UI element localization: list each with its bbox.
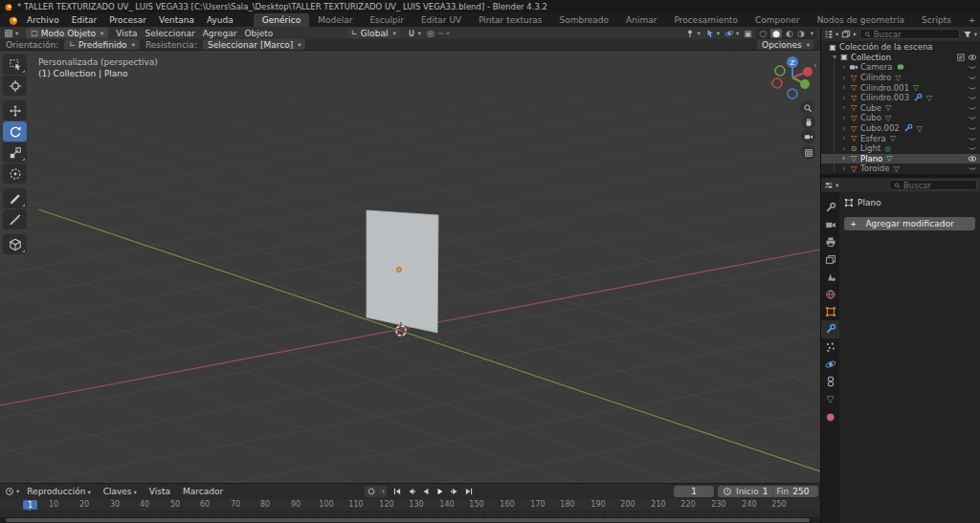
tab-constraints[interactable] (821, 373, 839, 390)
workspace-tab-procesamiento[interactable]: Procesamiento (665, 13, 746, 27)
menu-agregar[interactable]: Agregar (203, 29, 237, 38)
menu-ventana[interactable]: Ventana (159, 15, 194, 25)
tab-modifiers[interactable] (821, 320, 839, 338)
timeline-editor-type-button[interactable]: ▾ (5, 487, 19, 496)
eye-closed-icon[interactable] (968, 123, 977, 133)
tool-select-box[interactable] (3, 54, 27, 75)
tab-output[interactable] (821, 233, 839, 251)
expand-caret-icon[interactable]: › (842, 94, 849, 102)
blender-menu-icon[interactable] (8, 14, 19, 26)
shading-material-button[interactable]: ◐ (786, 29, 793, 38)
timeline-menu-claves[interactable]: Claves▾ (103, 487, 137, 496)
mode-dropdown[interactable]: ▢ Modo Objeto▾ (26, 28, 108, 38)
tool-transform[interactable] (3, 163, 27, 184)
tab-tool[interactable] (821, 199, 839, 216)
expand-caret-icon[interactable]: › (842, 83, 849, 92)
outliner-row-collection[interactable]: ▾ ▣ Collection ✓ (821, 53, 980, 63)
eye-open-icon[interactable] (968, 154, 977, 163)
timeline-scrollbar[interactable] (0, 517, 820, 523)
properties-search-input[interactable] (903, 181, 972, 190)
eye-closed-icon[interactable] (968, 73, 977, 82)
play-reverse-button[interactable] (419, 486, 432, 497)
jump-to-end-button[interactable] (462, 486, 475, 497)
expand-caret-icon[interactable]: › (842, 134, 849, 142)
workspace-tab-add[interactable]: + (960, 13, 980, 27)
eye-closed-icon[interactable] (968, 103, 977, 113)
timeline-menu-reproduccion[interactable]: Reproducción▾ (27, 487, 90, 496)
timeline-menu-vista[interactable]: Vista (149, 487, 170, 496)
show-overlays-toggle[interactable]: ▾ (724, 29, 739, 38)
outliner-filter-button[interactable]: ▾ (963, 30, 977, 39)
transform-orientation-dropdown[interactable]: ∟ Global▾ (346, 28, 401, 38)
expand-caret-icon[interactable]: › (842, 63, 849, 72)
eye-closed-icon[interactable] (968, 163, 977, 173)
tab-particles[interactable] (821, 338, 839, 356)
snapping-toggle[interactable]: ▾ (407, 29, 421, 38)
proportional-editing-toggle[interactable]: ◎~▾ (427, 29, 450, 38)
menu-objeto[interactable]: Objeto (245, 29, 274, 38)
preview-range-icon[interactable] (723, 487, 732, 496)
scrollbar-handle[interactable] (6, 518, 810, 522)
outliner-row-cilindro-001[interactable]: › ▽ Cilindro.001 ▽ (821, 82, 980, 93)
collection-checkbox[interactable]: ✓ (957, 54, 965, 61)
shading-solid-button[interactable]: ● (770, 29, 782, 38)
outliner-row-cilindro-003[interactable]: › ▽ Cilindro.003 ▽ (821, 93, 980, 103)
options-dropdown[interactable]: Opciones▾ (757, 39, 814, 50)
pan-view-button[interactable] (801, 115, 815, 129)
workspace-tab-nodos-geometria[interactable]: Nodos de geometría (809, 13, 913, 27)
eye-closed-icon[interactable] (968, 134, 977, 143)
xray-toggle[interactable]: ▣ (744, 29, 751, 38)
menu-editar[interactable]: Editar (72, 15, 98, 25)
add-modifier-button[interactable]: + Agregar modificador (844, 217, 975, 230)
eye-closed-icon[interactable] (968, 83, 977, 93)
tab-material[interactable]: ● (821, 407, 839, 425)
sidebar-collapse-arrow[interactable]: ‹ (813, 60, 817, 70)
gizmo-x-axis[interactable] (803, 67, 813, 76)
eye-closed-icon[interactable] (968, 143, 977, 153)
timeline-ruler[interactable]: 10 20 30 40 50 60 70 80 90 100 110 120 1… (0, 499, 820, 511)
menu-vista[interactable]: Vista (116, 29, 137, 38)
tab-world[interactable] (821, 286, 839, 303)
expand-caret-icon[interactable]: › (842, 103, 849, 112)
gizmo-x-neg-axis[interactable] (772, 78, 782, 88)
strength-dropdown[interactable]: Seleccionar [Marco]▾ (203, 39, 306, 50)
show-gizmo-toggle[interactable]: ▾ (705, 29, 720, 38)
gizmo-y-axis[interactable] (800, 79, 810, 89)
outliner-row-scene-collection[interactable]: ▣ Colección de la escena (821, 42, 980, 53)
auto-keying-button[interactable] (365, 486, 377, 497)
end-frame-field[interactable]: 250 (792, 487, 809, 496)
play-button[interactable] (434, 486, 446, 497)
expand-caret-icon[interactable]: › (842, 114, 849, 122)
expand-caret-icon[interactable]: › (842, 74, 849, 82)
tool-move[interactable] (3, 100, 27, 120)
workspace-tab-editar-uv[interactable]: Editar UV (412, 13, 470, 27)
auto-keying-dropdown[interactable]: ▾ (378, 486, 387, 497)
outliner-editor-type-button[interactable]: ▾ (824, 30, 838, 39)
tab-scene[interactable] (821, 269, 839, 286)
eye-closed-icon[interactable] (968, 62, 977, 72)
properties-search[interactable] (889, 180, 977, 190)
orthographic-toggle-button[interactable] (801, 145, 815, 160)
tool-rotate[interactable] (3, 121, 27, 142)
orientation-preset-dropdown[interactable]: ∟ Predefinido▾ (64, 39, 140, 50)
workspace-tab-esculpir[interactable]: Esculpir (361, 13, 412, 27)
timeline-menu-marcador[interactable]: Marcador (183, 487, 223, 496)
tab-render[interactable] (821, 216, 839, 233)
expand-caret-icon[interactable]: › (842, 164, 849, 173)
timeline-track[interactable] (0, 511, 820, 517)
menu-archivo[interactable]: Archivo (27, 15, 59, 25)
gizmo-z-neg-axis[interactable] (788, 89, 797, 98)
expand-caret-icon[interactable]: ▾ (833, 53, 839, 61)
menu-ayuda[interactable]: Ayuda (207, 15, 234, 25)
outliner-row-cilindro[interactable]: › ▽ Cilindro ▽ (821, 73, 980, 83)
expand-caret-icon[interactable]: › (842, 144, 849, 153)
editor-type-button[interactable]: ▾ (4, 29, 18, 38)
expand-caret-icon[interactable]: › (842, 124, 849, 133)
outliner-row-cube[interactable]: › ▽ Cube ▽ (821, 103, 980, 114)
workspace-tab-componer[interactable]: Componer (746, 13, 809, 27)
next-keyframe-button[interactable] (448, 486, 460, 497)
eye-closed-icon[interactable] (968, 93, 977, 102)
workspace-tab-pintar-texturas[interactable]: Pintar texturas (470, 13, 550, 27)
plane-object[interactable] (367, 210, 438, 333)
outliner-row-cubo-002[interactable]: › ▽ Cubo.002 ▽ (821, 123, 980, 134)
